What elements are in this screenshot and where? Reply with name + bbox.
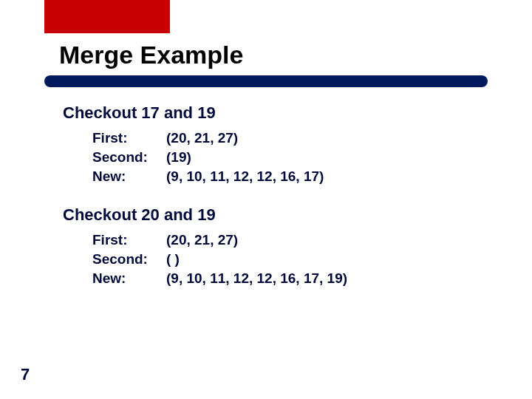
- row-label: First:: [92, 232, 166, 248]
- row-label: First:: [92, 130, 166, 146]
- list-item: First: (20, 21, 27): [92, 232, 491, 248]
- row-value: (20, 21, 27): [166, 130, 238, 146]
- row-value: (9, 10, 11, 12, 12, 16, 17): [166, 168, 324, 185]
- step-header-1: Checkout 17 and 19: [63, 103, 491, 123]
- decorative-red-block: [44, 0, 170, 33]
- row-value: (20, 21, 27): [166, 232, 238, 248]
- row-value: ( ): [166, 251, 180, 267]
- content-area: Checkout 17 and 19 First: (20, 21, 27) S…: [63, 103, 491, 307]
- step-header-2: Checkout 20 and 19: [63, 205, 491, 225]
- slide-number: 7: [21, 365, 30, 384]
- list-item: Second: ( ): [92, 251, 491, 267]
- row-value: (19): [166, 149, 191, 166]
- row-value: (9, 10, 11, 12, 12, 16, 17, 19): [166, 270, 347, 287]
- list-item: New: (9, 10, 11, 12, 12, 16, 17): [92, 168, 491, 185]
- list-item: Second: (19): [92, 149, 491, 166]
- step-rows-1: First: (20, 21, 27) Second: (19) New: (9…: [92, 130, 491, 185]
- row-label: Second:: [92, 149, 166, 166]
- title-underline: [44, 75, 488, 87]
- step-rows-2: First: (20, 21, 27) Second: ( ) New: (9,…: [92, 232, 491, 287]
- row-label: New:: [92, 168, 166, 185]
- row-label: New:: [92, 270, 166, 287]
- page-title: Merge Example: [59, 41, 243, 69]
- list-item: New: (9, 10, 11, 12, 12, 16, 17, 19): [92, 270, 491, 287]
- row-label: Second:: [92, 251, 166, 267]
- list-item: First: (20, 21, 27): [92, 130, 491, 146]
